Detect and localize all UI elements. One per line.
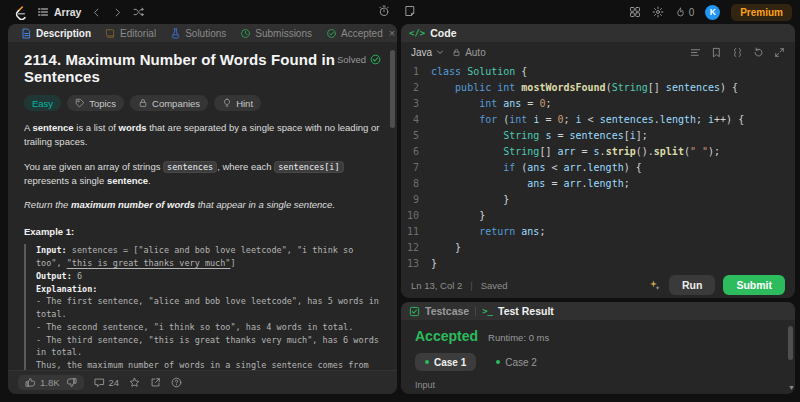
tab-test-result[interactable]: >_ Test Result	[482, 305, 554, 317]
tab-accepted[interactable]: Accepted×	[319, 24, 397, 42]
code-line: 1class Solution {	[401, 64, 795, 80]
avatar[interactable]: K	[705, 5, 720, 20]
test-result-content: Accepted Runtime: 0 ms Case 1Case 2 Inpu…	[401, 320, 795, 394]
problem-list-icon	[37, 6, 49, 18]
code-icon: </>	[409, 28, 425, 38]
code-line: 2 public int mostWordsFound(String[] sen…	[401, 80, 795, 96]
description-paragraph: Return the maximum number of words that …	[24, 198, 381, 212]
code-line: 10 }	[401, 208, 795, 224]
testcase-icon	[409, 306, 420, 317]
tab-description[interactable]: Description	[14, 24, 98, 42]
code-line: 5 String s = sentences[i];	[401, 128, 795, 144]
problem-panel: DescriptionEditorialSolutionsSubmissions…	[8, 24, 397, 394]
example-block: Input: sentences = ["alice and bob love …	[24, 244, 381, 370]
tab-label: Description	[36, 28, 91, 39]
submit-button[interactable]: Submit	[723, 275, 785, 295]
topbar: Array 0 K Premium	[0, 0, 800, 24]
help-button[interactable]	[171, 377, 182, 388]
tab-label: Accepted	[341, 28, 383, 39]
reset-icon[interactable]	[753, 47, 764, 58]
chip-companies[interactable]: Companies	[130, 95, 208, 111]
shuffle-button[interactable]	[133, 6, 145, 18]
problem-list-button[interactable]: Array	[37, 6, 81, 18]
code-line: 9 }	[401, 192, 795, 208]
language-value: Java	[411, 47, 432, 58]
test-scrollbar-down-arrow[interactable]: ▼	[788, 384, 795, 391]
tag-icon	[75, 98, 85, 108]
streak-count: 0	[689, 7, 695, 18]
tab-label: Submissions	[255, 28, 312, 39]
vote-group: 1.8K	[18, 375, 84, 390]
timer-icon	[378, 5, 390, 17]
prev-question-button[interactable]	[91, 7, 102, 18]
problem-description: A sentence is a list of words that are s…	[24, 121, 381, 212]
like-count: 1.8K	[40, 377, 60, 388]
case-tab-case-2[interactable]: Case 2	[486, 353, 547, 371]
flame-icon	[675, 7, 686, 18]
code-line: 3 int ans = 0;	[401, 96, 795, 112]
book-icon	[105, 28, 116, 39]
test-panel: Testcase >_ Test Result Accepted Runtime…	[401, 302, 795, 394]
problem-list-label: Array	[54, 6, 81, 18]
sparkles-icon[interactable]	[649, 279, 661, 291]
language-select[interactable]: Java	[411, 47, 444, 58]
solved-label: Solved	[337, 54, 366, 65]
cursor-position: Ln 13, Col 2	[411, 280, 462, 291]
next-question-button[interactable]	[112, 7, 123, 18]
chevron-right-icon	[112, 7, 123, 18]
comments-button[interactable]: 24	[94, 377, 120, 388]
layout-button[interactable]	[629, 6, 641, 18]
code-line: 6 String[] arr = s.strip().split(" ");	[401, 144, 795, 160]
dislike-button[interactable]	[66, 377, 77, 388]
thumbs-down-icon	[66, 377, 77, 388]
like-button[interactable]: 1.8K	[25, 377, 60, 388]
auto-label: Auto	[465, 47, 486, 58]
left-scrollbar-thumb[interactable]	[390, 50, 395, 128]
chip-label: Easy	[32, 98, 53, 109]
test-scrollbar-thumb[interactable]	[788, 326, 793, 360]
code-panel-tab[interactable]: </> Code	[409, 27, 457, 39]
run-button[interactable]: Run	[669, 275, 715, 295]
lock-icon	[452, 48, 461, 57]
settings-button[interactable]	[652, 6, 664, 18]
streak-counter[interactable]: 0	[675, 7, 695, 18]
expand-icon[interactable]	[774, 47, 785, 58]
code-editor[interactable]: 1class Solution {2 public int mostWordsF…	[401, 62, 795, 272]
tab-submissions[interactable]: Submissions	[233, 24, 319, 42]
code-line: 12 }	[401, 240, 795, 256]
leetcode-logo[interactable]	[12, 5, 27, 20]
bulb-icon	[222, 98, 232, 108]
close-tab-icon[interactable]: ×	[389, 28, 395, 39]
comment-icon	[94, 377, 105, 388]
solved-check-icon	[370, 54, 381, 65]
question-icon	[171, 377, 182, 388]
tab-testcase[interactable]: Testcase	[409, 305, 469, 317]
case-tab-case-1[interactable]: Case 1	[415, 353, 476, 371]
favorite-button[interactable]	[129, 377, 140, 388]
notes-button[interactable]	[404, 5, 416, 17]
case-label: Case 2	[505, 357, 537, 368]
chip-hint[interactable]: Hint	[214, 95, 261, 111]
editor-toolbar: Java Auto	[401, 42, 795, 62]
problem-title[interactable]: 2114. Maximum Number of Words Found in S…	[24, 51, 337, 85]
case-passed-dot	[425, 360, 429, 364]
share-button[interactable]	[150, 377, 161, 388]
tab-label: Editorial	[120, 28, 156, 39]
premium-button[interactable]: Premium	[731, 4, 792, 21]
flask-icon	[170, 28, 181, 39]
tab-editorial[interactable]: Editorial	[98, 24, 163, 42]
lock-icon	[138, 98, 148, 108]
tab-solutions[interactable]: Solutions	[163, 24, 233, 42]
bookmark-icon[interactable]	[711, 47, 722, 58]
chevron-left-icon	[91, 7, 102, 18]
format-icon[interactable]	[690, 47, 701, 58]
case-tabs: Case 1Case 2	[415, 353, 781, 371]
terminal-icon: >_	[482, 306, 493, 316]
difficulty-badge[interactable]: Easy	[24, 95, 61, 111]
timer-button[interactable]	[378, 5, 390, 17]
chip-topics[interactable]: Topics	[67, 95, 124, 111]
brackets-icon[interactable]	[732, 47, 743, 58]
problem-footer: 1.8K 24	[8, 370, 397, 394]
chip-label: Companies	[152, 98, 200, 109]
auto-toggle[interactable]: Auto	[452, 47, 486, 58]
